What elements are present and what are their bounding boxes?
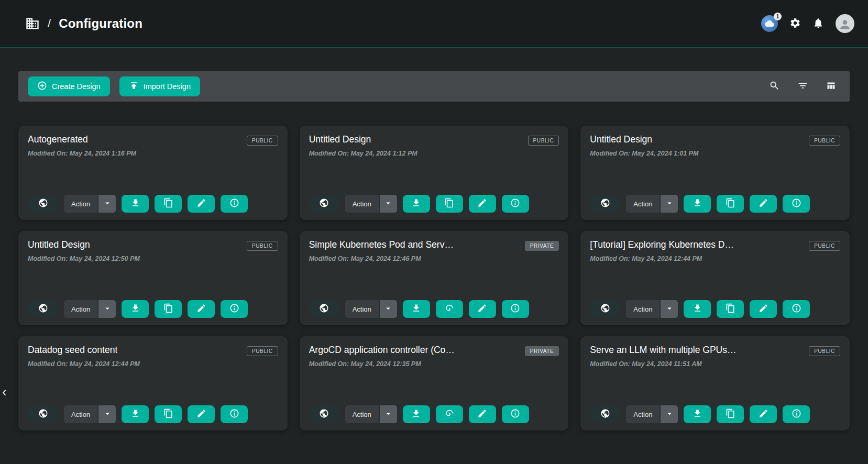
chevron-down-icon: [103, 409, 112, 420]
download-button[interactable]: [122, 195, 149, 213]
card-header: Datadog seed content PUBLIC: [28, 345, 278, 356]
edit-button[interactable]: [750, 195, 777, 213]
search-button[interactable]: [765, 77, 784, 96]
action-button[interactable]: Action: [64, 195, 97, 213]
info-button[interactable]: [221, 300, 248, 318]
action-dropdown-caret[interactable]: [98, 300, 116, 318]
filter-icon: [797, 80, 808, 93]
edit-button[interactable]: [188, 195, 215, 213]
open-in-kanvas-button[interactable]: [436, 300, 463, 318]
action-dropdown-caret[interactable]: [380, 300, 397, 318]
clone-button[interactable]: [155, 300, 182, 318]
clone-button[interactable]: [155, 405, 182, 423]
info-button[interactable]: [783, 405, 810, 423]
breadcrumb: / Configuration: [25, 16, 142, 31]
card-actions: Action: [309, 195, 559, 213]
download-button[interactable]: [122, 300, 149, 318]
clone-button[interactable]: [717, 300, 744, 318]
copy-icon: [163, 303, 173, 315]
action-button[interactable]: Action: [345, 300, 379, 318]
design-grid: Autogenerated PUBLIC Modified On: May 24…: [18, 126, 850, 430]
pencil-icon: [196, 408, 206, 420]
sidebar-collapse-chevron[interactable]: ‹: [0, 384, 9, 400]
visibility-globe-button[interactable]: [28, 405, 58, 423]
action-button[interactable]: Action: [626, 300, 660, 318]
copy-icon: [726, 198, 735, 209]
download-button[interactable]: [403, 195, 430, 213]
visibility-globe-button[interactable]: [590, 195, 620, 213]
action-button[interactable]: Action: [64, 300, 97, 318]
gear-icon: [789, 17, 801, 30]
action-button[interactable]: Action: [345, 405, 379, 423]
visibility-globe-button[interactable]: [309, 300, 339, 318]
design-title: Untitled Design: [28, 239, 90, 250]
download-button[interactable]: [122, 405, 149, 423]
card-header: Untitled Design PUBLIC: [309, 134, 559, 146]
visibility-globe-button[interactable]: [28, 300, 58, 318]
pencil-icon: [196, 198, 206, 209]
settings-button[interactable]: [789, 17, 801, 30]
edit-button[interactable]: [750, 405, 777, 423]
visibility-globe-button[interactable]: [590, 300, 620, 318]
action-dropdown-caret[interactable]: [380, 195, 397, 213]
action-split-button: Action: [626, 195, 678, 213]
download-button[interactable]: [684, 195, 711, 213]
edit-button[interactable]: [188, 405, 215, 423]
action-button[interactable]: Action: [64, 405, 97, 423]
create-design-button[interactable]: Create Design: [28, 76, 110, 96]
header-actions: 1: [761, 14, 854, 33]
modified-on-text: Modified On: May 24, 2024 12:46 PM: [309, 255, 559, 262]
info-icon: [510, 408, 520, 420]
user-avatar[interactable]: [836, 14, 854, 33]
provider-button[interactable]: 1: [761, 15, 778, 32]
globe-icon: [319, 303, 329, 315]
clone-button[interactable]: [717, 405, 744, 423]
info-button[interactable]: [783, 195, 810, 213]
visibility-globe-button[interactable]: [28, 195, 58, 213]
edit-button[interactable]: [188, 300, 215, 318]
action-button[interactable]: Action: [626, 405, 660, 423]
import-upload-icon: [129, 81, 139, 92]
breadcrumb-separator: /: [48, 17, 51, 30]
import-design-button[interactable]: Import Design: [119, 76, 200, 96]
design-card: Autogenerated PUBLIC Modified On: May 24…: [18, 126, 288, 220]
download-icon: [411, 408, 421, 420]
action-dropdown-caret[interactable]: [661, 195, 678, 213]
globe-icon: [600, 303, 610, 315]
filter-button[interactable]: [793, 77, 812, 96]
download-button[interactable]: [684, 405, 711, 423]
edit-button[interactable]: [469, 405, 496, 423]
action-dropdown-caret[interactable]: [98, 195, 116, 213]
clone-button[interactable]: [717, 195, 744, 213]
edit-button[interactable]: [469, 195, 496, 213]
info-button[interactable]: [783, 300, 810, 318]
edit-button[interactable]: [469, 300, 496, 318]
action-dropdown-caret[interactable]: [380, 405, 397, 423]
download-button[interactable]: [403, 405, 430, 423]
info-button[interactable]: [221, 195, 248, 213]
info-button[interactable]: [221, 405, 248, 423]
action-split-button: Action: [626, 405, 678, 423]
visibility-globe-button[interactable]: [590, 405, 620, 423]
download-button[interactable]: [403, 300, 430, 318]
action-button[interactable]: Action: [345, 195, 379, 213]
design-title: Simple Kubernetes Pod and Serv…: [309, 239, 454, 250]
notifications-button[interactable]: [812, 17, 824, 30]
clone-button[interactable]: [436, 195, 463, 213]
open-in-kanvas-button[interactable]: [436, 405, 463, 423]
visibility-globe-button[interactable]: [309, 405, 339, 423]
action-dropdown-caret[interactable]: [661, 405, 678, 423]
action-dropdown-caret[interactable]: [661, 300, 678, 318]
action-button[interactable]: Action: [626, 195, 660, 213]
clone-button[interactable]: [155, 195, 182, 213]
info-icon: [229, 303, 239, 315]
visibility-globe-button[interactable]: [309, 195, 339, 213]
info-icon: [792, 303, 801, 315]
info-button[interactable]: [502, 300, 529, 318]
edit-button[interactable]: [750, 300, 777, 318]
action-dropdown-caret[interactable]: [98, 405, 116, 423]
info-button[interactable]: [502, 405, 529, 423]
download-button[interactable]: [684, 300, 711, 318]
table-view-button[interactable]: [821, 77, 840, 96]
info-button[interactable]: [502, 195, 529, 213]
